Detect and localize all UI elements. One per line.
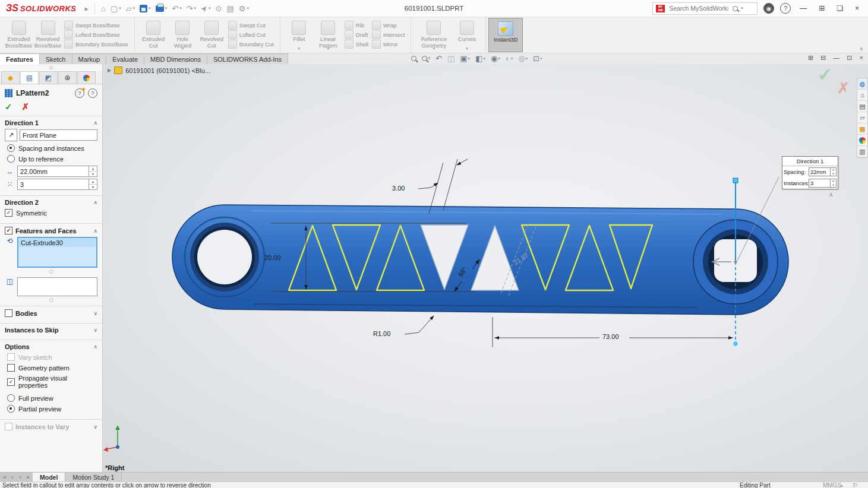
swept-boss-button[interactable]: Swept Boss/Base — [64, 21, 128, 29]
window-fullscreen-button[interactable]: ⊞ — [816, 4, 828, 12]
displaymanager-tab[interactable] — [77, 71, 96, 84]
callout-spacing-input[interactable]: 22mm▲▼ — [809, 167, 837, 176]
bodies-collapse-icon[interactable]: ∨ — [93, 310, 97, 316]
direction2-collapse-icon[interactable]: ∧ — [93, 199, 97, 205]
model-tab[interactable]: Model — [33, 473, 65, 482]
tab-features[interactable]: Features — [0, 53, 40, 65]
open-document-button[interactable]: ▱▾ — [124, 3, 138, 14]
window-restore-button[interactable]: ❏ — [834, 4, 846, 12]
hide-show-items-icon[interactable]: ◉▾ — [491, 54, 500, 63]
featuremanager-tab[interactable]: ◆ — [1, 71, 20, 84]
viewport-feature-tree-item[interactable]: ▶ 60191001 (60191001) <Blu... — [108, 66, 210, 74]
left-hole[interactable] — [197, 230, 252, 284]
options-collapse-icon[interactable]: ∧ — [93, 344, 97, 350]
view-orientation-icon[interactable]: ▣▾ — [460, 54, 470, 63]
edit-appearance-icon[interactable]: ◐▾ — [506, 54, 513, 63]
full-preview-radio[interactable] — [7, 394, 15, 402]
doc-close-icon[interactable]: × — [860, 54, 863, 62]
doc-minimize-icon[interactable]: — — [833, 54, 839, 62]
dim-radius[interactable]: R1.00 — [373, 330, 390, 337]
features-faces-checkbox[interactable]: ✓ — [5, 227, 12, 235]
configurationmanager-tab[interactable]: ◩ — [39, 71, 58, 84]
view-settings-icon[interactable]: ⊡▾ — [533, 54, 542, 63]
up-to-reference-radio[interactable] — [7, 155, 15, 163]
faces-to-pattern-list[interactable] — [17, 277, 97, 296]
callout-collapse-icon[interactable]: ∧ — [829, 191, 833, 198]
appearances-icon[interactable] — [857, 135, 867, 146]
tab-scroll-next-icon[interactable]: › — [17, 474, 23, 480]
instances-spinner[interactable]: ▲▼ — [89, 179, 97, 189]
partial-preview-radio[interactable] — [7, 405, 15, 413]
features-faces-collapse-icon[interactable]: ∧ — [93, 228, 97, 234]
tab-scroll-first-icon[interactable]: « — [2, 474, 8, 480]
wrap-button[interactable]: Wrap — [372, 21, 405, 29]
part-canvas[interactable] — [103, 64, 868, 472]
revolved-boss-button[interactable]: Revolved Boss/Base — [33, 18, 62, 52]
spacing-spinner[interactable]: ▲▼ — [89, 166, 97, 176]
boundary-boss-button[interactable]: Boundary Boss/Base — [64, 40, 128, 48]
undo-button[interactable]: ↶▾ — [169, 3, 184, 14]
panel-grip[interactable] — [0, 64, 102, 71]
extruded-boss-button[interactable]: Extruded Boss/Base — [4, 18, 33, 52]
dim-length[interactable]: 73.00 — [602, 333, 619, 340]
symmetric-checkbox[interactable]: ✓ — [5, 209, 12, 217]
custom-properties-icon[interactable]: ▥ — [857, 146, 867, 157]
cancel-button[interactable]: ✗ — [22, 102, 30, 112]
list-item[interactable]: Cut-Extrude30 — [19, 239, 96, 247]
fillet-button[interactable]: Fillet ▾ — [285, 18, 314, 52]
lofted-cut-button[interactable]: Lofted Cut — [228, 30, 274, 39]
dim-height[interactable]: 20.00 — [264, 254, 281, 261]
units-caret-icon[interactable]: ▴ — [841, 483, 843, 488]
options-gear-button[interactable]: ⚙▾ — [236, 3, 251, 14]
tab-mbd-dimensions[interactable]: MBD Dimensions — [144, 53, 207, 65]
intersect-button[interactable]: Intersect — [372, 30, 405, 39]
previous-view-icon[interactable]: ↶ — [435, 54, 442, 63]
reference-geometry-button[interactable]: Reference Geometry ▾ — [415, 18, 452, 52]
extruded-cut-button[interactable]: Extruded Cut — [139, 18, 168, 52]
toolbox-button[interactable]: ▤ — [224, 3, 236, 14]
search-box[interactable]: MY SW ▾ — [652, 2, 757, 15]
instances-skip-collapse-icon[interactable]: ∨ — [93, 327, 97, 333]
direction-handle-top[interactable] — [733, 178, 738, 183]
instances-input[interactable]: 3▲▼ — [17, 179, 97, 190]
user-account-icon[interactable]: ◉ — [763, 3, 774, 14]
search-scope-caret[interactable]: ▾ — [741, 6, 743, 11]
confirm-cancel-corner-icon[interactable]: ✗ — [837, 80, 850, 97]
tree-expand-icon[interactable]: ▶ — [108, 68, 111, 73]
tag-icon[interactable]: ⚐ — [853, 482, 858, 488]
motion-study-tab[interactable]: Motion Study 1 — [65, 473, 122, 482]
direction1-collapse-icon[interactable]: ∧ — [93, 120, 97, 126]
graphics-viewport[interactable]: ▶ 60191001 (60191001) <Blu... 3.00 20.00… — [103, 64, 868, 472]
home-button[interactable]: ⌂ — [99, 3, 108, 14]
hole-wizard-button[interactable]: Hole Wizard ▾ — [168, 18, 197, 52]
curves-button[interactable]: Curves ▾ — [452, 18, 481, 52]
curves-caret[interactable]: ▾ — [466, 46, 468, 51]
instant3d-button[interactable]: Instant3D — [488, 18, 523, 52]
tab-sketch[interactable]: Sketch — [40, 53, 72, 65]
shell-button[interactable]: Shell — [345, 40, 368, 48]
file-explorer-icon[interactable]: ▱ — [857, 112, 867, 123]
mirror-button[interactable]: Mirror — [372, 40, 405, 48]
direction1-callout[interactable]: Direction 1 Spacing: 22mm▲▼ Instances: 3… — [782, 156, 838, 189]
apply-scene-icon[interactable]: ◍▾ — [518, 54, 528, 63]
section-view-icon[interactable]: ◫ — [447, 54, 454, 63]
spacing-input[interactable]: 22.00mm▲▼ — [17, 166, 97, 177]
fillet-caret[interactable]: ▾ — [298, 46, 301, 51]
units-label[interactable]: MMGS — [823, 482, 841, 488]
ribbon-collapse-arrow[interactable]: ∧ — [859, 46, 863, 52]
propertymanager-tab[interactable]: ▤ — [20, 71, 39, 84]
display-style-icon[interactable]: ◧▾ — [475, 54, 485, 63]
revolved-cut-button[interactable]: Revolved Cut — [197, 18, 226, 52]
linear-pattern-caret[interactable]: ▾ — [327, 46, 330, 51]
tab-markup[interactable]: Markup — [72, 53, 107, 65]
direction-handle-bottom[interactable] — [733, 341, 738, 347]
search-input[interactable] — [668, 4, 730, 12]
resources-icon[interactable]: ◍ — [857, 78, 867, 90]
design-library-icon[interactable]: ▤ — [857, 101, 867, 112]
view-palette-icon[interactable]: ▦ — [857, 123, 867, 135]
zoom-to-area-icon[interactable]: ⌑ — [422, 56, 430, 61]
dim-width[interactable]: 3.00 — [392, 185, 405, 192]
doc-pane-icon[interactable]: ⊟ — [820, 54, 826, 62]
boundary-cut-button[interactable]: Boundary Cut — [228, 40, 274, 48]
vary-sketch-checkbox[interactable] — [7, 353, 15, 361]
